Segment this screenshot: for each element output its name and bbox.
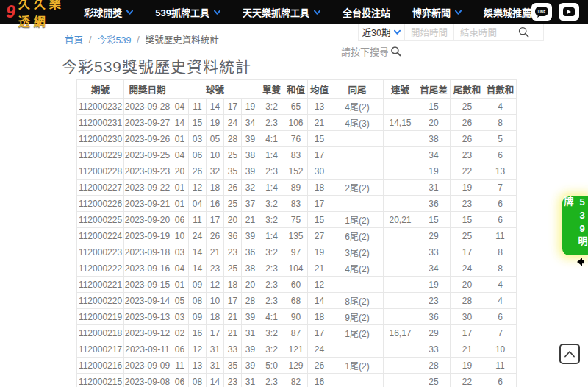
cell-avg: 26 — [308, 358, 331, 374]
cell-ball: 04 — [171, 147, 189, 163]
top-navbar: 9 久久樂透網 彩球開獎539抓牌工具天天樂抓牌工具全台投注站博弈新聞娛樂城推薦… — [0, 0, 588, 24]
promo-539-tab[interactable]: 539明牌 — [562, 196, 588, 255]
col-consecutive: 連號 — [384, 80, 417, 99]
site-logo[interactable]: 9 久久樂透網 — [6, 0, 71, 29]
cell-ball: 17 — [224, 293, 242, 309]
cell-head-tail-diff: 23 — [417, 293, 451, 309]
cell-sum: 68 — [284, 293, 308, 309]
scroll-to-top-button[interactable] — [559, 344, 580, 364]
cell-consecutive — [384, 196, 417, 212]
nav-item[interactable]: 天天樂抓牌工具 — [243, 5, 320, 19]
cell-ball: 16 — [189, 325, 207, 341]
cell-tail-sum: 26 — [451, 115, 484, 131]
end-date-input[interactable]: 結束時間 — [453, 24, 503, 41]
cell-ball: 02 — [171, 325, 189, 341]
table-row: 1120002162023-09-0911133135395:0129261尾(… — [77, 358, 517, 374]
table-row: 1120002262023-09-2101041625373:283173623… — [77, 196, 517, 212]
cell-ball: 01 — [171, 196, 189, 212]
table-row: 1120002272023-09-2201121826321:489182尾(2… — [77, 180, 517, 196]
cell-avg: 27 — [308, 228, 331, 244]
cell-tail-sum: 28 — [451, 293, 484, 309]
cell-head-tail-diff: 33 — [417, 341, 451, 358]
nav-item[interactable]: 539抓牌工具 — [155, 5, 220, 19]
table-row: 1120002302023-09-2601030528394:176153826… — [77, 131, 517, 147]
line-icon[interactable]: LINE — [531, 3, 552, 21]
cell-head-tail-diff: 19 — [417, 163, 451, 180]
cell-ball: 37 — [242, 196, 259, 212]
breadcrumb-section-link[interactable]: 今彩539 — [98, 32, 132, 46]
col-period: 期號 — [77, 80, 124, 99]
nav-item[interactable]: 彩球開獎 — [84, 5, 133, 19]
cell-tail-sum: 26 — [451, 131, 484, 147]
cell-odd-even: 4:1 — [259, 309, 284, 325]
nav-item[interactable]: 娛樂城推薦 — [484, 5, 531, 19]
cell-ball: 26 — [207, 228, 224, 244]
cell-tail-sum: 19 — [451, 180, 484, 196]
cell-consecutive: 20,21 — [384, 212, 417, 228]
cell-period: 112000223 — [77, 244, 124, 260]
cell-ball: 18 — [224, 277, 242, 293]
cell-period: 112000216 — [77, 358, 124, 374]
table-row: 1120002232023-09-1803142123363:297193尾(2… — [77, 244, 517, 260]
speaker-icon[interactable] — [575, 257, 585, 270]
cell-period: 112000224 — [77, 228, 124, 244]
cell-date: 2023-09-14 — [124, 293, 171, 309]
cell-same-tail: 4尾(2) — [331, 99, 384, 115]
cell-head-tail-diff: 38 — [417, 131, 451, 147]
cell-ball: 21 — [224, 309, 242, 325]
cell-head-sum: 11 — [484, 228, 517, 244]
cell-ball: 03 — [189, 131, 207, 147]
cell-tail-sum: 15 — [451, 212, 484, 228]
col-balls: 球號 — [171, 80, 259, 99]
nav-item[interactable]: 博弈新聞 — [412, 5, 462, 19]
cell-odd-even: 2:3 — [259, 293, 284, 309]
cell-same-tail — [331, 163, 384, 180]
cell-head-tail-diff: 25 — [417, 374, 451, 387]
cell-ball: 39 — [242, 228, 259, 244]
cell-ball: 35 — [224, 358, 242, 374]
table-row: 1120002192023-09-1303091821394:190189尾(2… — [77, 309, 517, 325]
cell-head-tail-diff: 33 — [417, 244, 451, 260]
cell-ball: 18 — [207, 180, 224, 196]
cell-sum: 60 — [284, 277, 308, 293]
search-button[interactable] — [503, 24, 544, 41]
cell-consecutive — [384, 260, 417, 277]
cell-head-sum: 6 — [484, 374, 517, 387]
range-select[interactable]: 近30期 — [358, 24, 405, 41]
table-row: 1120002182023-09-1202161721313:287171尾(2… — [77, 325, 517, 341]
cell-ball: 11 — [171, 358, 189, 374]
cell-period: 112000217 — [77, 341, 124, 358]
cell-ball: 31 — [242, 325, 259, 341]
table-row: 1120002172023-09-1106123133393:212124332… — [77, 341, 517, 358]
col-head-sum: 首數和 — [484, 80, 517, 99]
cell-sum: 75 — [284, 212, 308, 228]
cell-tail-sum: 17 — [451, 244, 484, 260]
cell-same-tail — [331, 341, 384, 358]
cell-odd-even: 3:2 — [259, 341, 284, 358]
breadcrumb-home-link[interactable]: 首頁 — [65, 32, 83, 46]
cell-ball: 08 — [189, 293, 207, 309]
cell-head-tail-diff: 36 — [417, 196, 451, 212]
cell-tail-sum: 21 — [451, 341, 484, 358]
cell-head-sum: 5 — [484, 131, 517, 147]
youtube-icon[interactable] — [559, 3, 579, 21]
cell-ball: 31 — [207, 358, 224, 374]
cell-ball: 23 — [224, 244, 242, 260]
cell-head-sum: 4 — [484, 277, 517, 293]
breadcrumb: 首頁 / 今彩539 / 獎號歷史資料統計 — [65, 32, 219, 46]
cell-period: 112000225 — [77, 212, 124, 228]
start-date-input[interactable]: 開始時間 — [404, 24, 454, 41]
chevron-down-icon — [455, 9, 462, 15]
cell-ball: 05 — [207, 131, 224, 147]
cell-date: 2023-09-18 — [124, 244, 171, 260]
cell-consecutive — [384, 293, 417, 309]
nav-item[interactable]: 全台投注站 — [343, 5, 390, 19]
cell-consecutive — [384, 228, 417, 244]
table-row: 1120002222023-09-1604142325382:3104214尾(… — [77, 260, 517, 277]
cell-avg: 17 — [308, 147, 331, 163]
cell-avg: 16 — [308, 374, 331, 387]
cell-ball: 12 — [189, 180, 207, 196]
cell-avg: 17 — [308, 325, 331, 341]
cell-same-tail — [331, 147, 384, 163]
cell-head-sum: 6 — [484, 309, 517, 325]
